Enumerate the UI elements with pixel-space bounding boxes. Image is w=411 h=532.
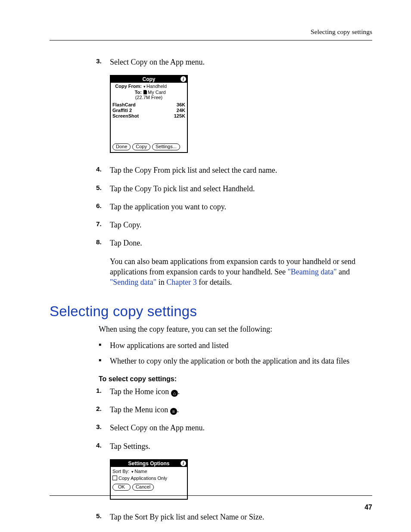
step-b3: 3. Select Copy on the App menu. (50, 423, 372, 433)
copy-dialog-screenshot: Copy i Copy From: Handheld To: My Card (… (110, 75, 188, 153)
list-item[interactable]: Graffiti 224K (112, 108, 185, 113)
step-number: 4. (96, 165, 102, 174)
bullet-item: How applications are sorted and listed (99, 340, 372, 351)
step-number: 8. (96, 238, 102, 247)
step-6: 6. Tap the application you want to copy. (50, 202, 372, 212)
settings-options-screenshot: Settings Options i Sort By: Name Copy Ap… (110, 459, 188, 500)
copy-from-picklist[interactable]: Handheld (143, 84, 167, 90)
step-number: 4. (96, 441, 102, 450)
step-text: Tap the Menu icon ≡. (110, 404, 372, 415)
sending-data-link[interactable]: "Sending data" (110, 278, 156, 286)
step-number: 5. (96, 184, 102, 193)
step-text: Tap the Copy To pick list and select Han… (110, 184, 372, 194)
cancel-button[interactable]: Cancel (132, 484, 154, 491)
beaming-data-link[interactable]: "Beaming data" (287, 268, 336, 276)
step-number: 2. (96, 404, 102, 414)
step-number: 3. (96, 57, 102, 66)
step-b5: 5. Tap the Sort By pick list and select … (50, 512, 372, 522)
page-number: 47 (364, 504, 372, 511)
dialog-title: Settings Options (128, 460, 170, 467)
step-text: Tap the Home icon ⌂. (110, 386, 372, 397)
step-text: Tap Settings. (110, 441, 372, 451)
step-text: Tap Copy. (110, 220, 372, 230)
step-text: Select Copy on the App menu. (110, 423, 372, 433)
step-b2: 2. Tap the Menu icon ≡. (50, 404, 372, 415)
done-button[interactable]: Done (112, 143, 131, 150)
step-number: 1. (96, 386, 102, 395)
list-item[interactable]: FlashCard36K (112, 102, 185, 108)
procedure-heading: To select copy settings: (99, 375, 372, 383)
home-icon: ⌂ (171, 390, 178, 397)
running-header: Selecting copy settings (50, 28, 372, 36)
checkbox-icon (112, 476, 117, 480)
follow-up-paragraph: You can also beam applications from expa… (110, 256, 372, 288)
card-icon (143, 90, 147, 94)
copy-button[interactable]: Copy (132, 143, 150, 150)
step-3: 3. Select Copy on the App menu. (50, 57, 372, 67)
sort-by-picklist[interactable]: Name (131, 469, 147, 474)
dialog-title: Copy (143, 76, 156, 82)
ok-button[interactable]: OK (112, 484, 131, 491)
footer-rule (50, 495, 372, 496)
copy-apps-only-checkbox[interactable]: Copy Applications Only (112, 476, 185, 481)
step-text: Tap the application you want to copy. (110, 202, 372, 212)
settings-button[interactable]: Settings... (152, 143, 180, 150)
step-5: 5. Tap the Copy To pick list and select … (50, 184, 372, 194)
step-8: 8. Tap Done. (50, 238, 372, 248)
list-item[interactable]: ScreenShot125K (112, 113, 185, 119)
step-b1: 1. Tap the Home icon ⌂. (50, 386, 372, 397)
info-icon[interactable]: i (181, 460, 186, 466)
copy-from-label: Copy From: (112, 84, 143, 90)
file-list[interactable]: FlashCard36K Graffiti 224K ScreenShot125… (112, 102, 185, 119)
free-space-text: (22.7M Free) (112, 95, 185, 100)
section-intro: When using the copy feature, you can set… (99, 324, 372, 334)
sort-by-label: Sort By: (112, 469, 129, 474)
step-number: 5. (96, 512, 102, 521)
step-text: Tap the Sort By pick list and select Nam… (110, 512, 372, 522)
step-number: 6. (96, 202, 102, 211)
chapter-3-link[interactable]: Chapter 3 (166, 278, 196, 286)
step-7: 7. Tap Copy. (50, 220, 372, 230)
step-number: 7. (96, 220, 102, 229)
bullet-item: Whether to copy only the application or … (99, 356, 372, 366)
dialog-title-bar: Copy i (111, 76, 187, 83)
menu-icon: ≡ (170, 408, 177, 415)
step-b4: 4. Tap Settings. (50, 441, 372, 451)
section-heading: Selecting copy settings (50, 303, 372, 320)
step-4: 4. Tap the Copy From pick list and selec… (50, 165, 372, 175)
step-text: Tap the Copy From pick list and select t… (110, 165, 372, 175)
step-text: Select Copy on the App menu. (110, 57, 372, 67)
step-text: Tap Done. (110, 238, 372, 248)
step-number: 3. (96, 423, 102, 432)
header-rule (50, 40, 372, 40)
info-icon[interactable]: i (181, 76, 186, 82)
dialog-title-bar: Settings Options i (111, 460, 187, 467)
